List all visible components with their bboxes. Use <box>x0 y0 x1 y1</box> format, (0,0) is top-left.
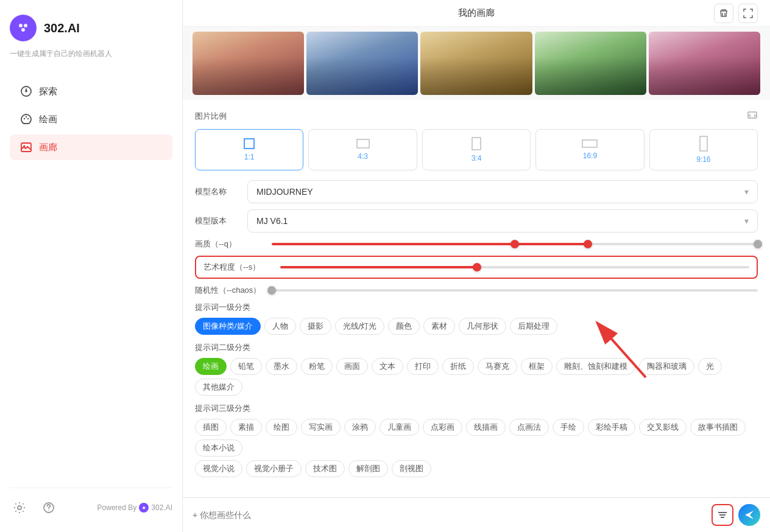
tag-geometry[interactable]: 几何形状 <box>459 318 506 335</box>
sidebar: 302.AI 一键生成属于自己的绘画机器人 探索 <box>0 0 183 532</box>
tag-light[interactable]: 光 <box>698 358 722 375</box>
filter-button[interactable] <box>712 504 733 526</box>
tag-colored-manuscript[interactable]: 彩绘手稿 <box>588 419 635 436</box>
sidebar-nav: 探索 绘画 画廊 <box>10 79 172 488</box>
tag-pencil[interactable]: 铅笔 <box>230 358 262 375</box>
model-version-value: MJ V6.1 <box>256 216 288 226</box>
tag-other-media[interactable]: 其他媒介 <box>195 379 242 396</box>
tag-illustration[interactable]: 插图 <box>195 419 227 436</box>
tag-image-type[interactable]: 图像种类/媒介 <box>195 318 261 335</box>
fullscreen-button[interactable] <box>738 4 758 23</box>
aspect-ratio-1-1[interactable]: 1:1 <box>195 129 303 170</box>
sidebar-item-paint[interactable]: 绘画 <box>10 107 172 132</box>
tag-storybook[interactable]: 故事书插图 <box>690 419 746 436</box>
tag-frame[interactable]: 框架 <box>521 358 553 375</box>
sidebar-item-explore[interactable]: 探索 <box>10 79 172 104</box>
svg-point-2 <box>21 28 25 32</box>
tag-childrens[interactable]: 儿童画 <box>380 419 419 436</box>
svg-point-0 <box>19 24 23 27</box>
tag-lighting[interactable]: 光线/灯光 <box>335 318 385 335</box>
tag-drawing[interactable]: 绘图 <box>266 419 297 436</box>
stylize-track[interactable] <box>280 266 749 268</box>
tag-visual-novel[interactable]: 视觉小说 <box>195 460 242 477</box>
tag-sketch[interactable]: 素描 <box>230 419 262 436</box>
tag-print[interactable]: 打印 <box>407 358 439 375</box>
aspect-ratio-9-16[interactable]: 9:16 <box>649 129 758 170</box>
tag-cross-section[interactable]: 剖视图 <box>392 460 431 477</box>
gallery-image-5[interactable] <box>649 32 760 95</box>
sidebar-header: 302.AI <box>10 15 172 41</box>
app-title: 302.AI <box>44 21 80 35</box>
paint-label: 绘画 <box>39 114 57 125</box>
input-actions <box>712 504 760 526</box>
tag-anatomy[interactable]: 解剖图 <box>348 460 388 477</box>
model-name-dropdown[interactable]: MIDJOURNEY ▾ <box>247 180 758 203</box>
sidebar-item-gallery[interactable]: 画廊 <box>10 135 172 160</box>
quality-track[interactable] <box>272 243 758 245</box>
help-icon[interactable] <box>39 498 58 517</box>
send-button[interactable] <box>738 504 760 526</box>
quality-thumb-1[interactable] <box>510 240 519 248</box>
aspect-ratio-label: 图片比例 <box>195 111 227 122</box>
aspect-ratio-4-3[interactable]: 4:3 <box>308 129 417 170</box>
svg-marker-4 <box>25 88 27 93</box>
svg-point-12 <box>48 509 49 511</box>
stylize-slider-row: 艺术程度（--s） <box>195 256 758 279</box>
tag-ceramics[interactable]: 陶器和玻璃 <box>639 358 694 375</box>
gallery-image-3[interactable] <box>420 32 532 95</box>
quality-thumb-2[interactable] <box>584 240 592 248</box>
svg-point-1 <box>24 24 27 27</box>
tag-ink[interactable]: 墨水 <box>266 358 297 375</box>
tag-mosaic[interactable]: 马赛克 <box>478 358 517 375</box>
tag-origami[interactable]: 折纸 <box>442 358 474 375</box>
chevron-down-icon-2: ▾ <box>744 216 749 226</box>
model-version-dropdown[interactable]: MJ V6.1 ▾ <box>247 209 758 233</box>
header-actions <box>714 4 758 23</box>
page-title: 我的画廊 <box>458 7 495 19</box>
level1-tags-section: 提示词一级分类 图像种类/媒介 人物 摄影 光线/灯光 颜色 素材 几何形状 后… <box>195 302 758 335</box>
tag-visual-booklet[interactable]: 视觉小册子 <box>246 460 302 477</box>
tag-character[interactable]: 人物 <box>264 318 296 335</box>
level3-tags-row: 插图 素描 绘图 写实画 涂鸦 儿童画 点彩画 线描画 点画法 手绘 彩绘手稿 … <box>195 419 758 457</box>
tag-graffiti[interactable]: 涂鸦 <box>344 419 376 436</box>
aspect-ratio-3-4[interactable]: 3:4 <box>422 129 531 170</box>
tag-technical[interactable]: 技术图 <box>305 460 345 477</box>
tag-material[interactable]: 素材 <box>423 318 455 335</box>
tag-sculpture[interactable]: 雕刻、蚀刻和建模 <box>556 358 635 375</box>
tag-line-drawing[interactable]: 线描画 <box>466 419 506 436</box>
tag-pointillism[interactable]: 点彩画 <box>423 419 462 436</box>
tag-painting[interactable]: 绘画 <box>195 358 227 375</box>
tag-photography[interactable]: 摄影 <box>300 318 331 335</box>
tag-realism[interactable]: 写实画 <box>301 419 341 436</box>
tag-postprocessing[interactable]: 后期处理 <box>510 318 557 335</box>
gallery-image-2[interactable] <box>306 32 418 95</box>
tag-chalk[interactable]: 粉笔 <box>301 358 333 375</box>
tag-color[interactable]: 颜色 <box>388 318 420 335</box>
aspect-ratio-icon[interactable] <box>747 110 758 123</box>
model-name-label: 模型名称 <box>195 186 238 197</box>
powered-logo: ✦ <box>139 503 149 513</box>
chaos-thumb[interactable] <box>267 286 276 295</box>
quality-thumb-gray[interactable] <box>754 240 762 248</box>
svg-point-10 <box>18 506 21 509</box>
chaos-slider-row: 随机性（--chaos） <box>195 285 758 296</box>
tag-screen[interactable]: 画面 <box>336 358 368 375</box>
aspect-ratio-header: 图片比例 <box>195 110 758 123</box>
tag-crosshatch[interactable]: 交叉影线 <box>639 419 687 436</box>
tag-text[interactable]: 文本 <box>372 358 403 375</box>
delete-button[interactable] <box>714 4 733 23</box>
tag-hand-drawn[interactable]: 手绘 <box>553 419 584 436</box>
tag-graphic-novel[interactable]: 绘本小说 <box>195 439 242 457</box>
stylize-thumb[interactable] <box>473 263 481 271</box>
aspect-ratio-16-9[interactable]: 16:9 <box>535 129 644 170</box>
main-header: 我的画廊 <box>183 0 770 27</box>
chaos-track[interactable] <box>272 289 758 292</box>
model-version-row: 模型版本 MJ V6.1 ▾ <box>195 209 758 233</box>
gallery-image-4[interactable] <box>535 32 646 95</box>
prompt-input[interactable] <box>192 510 705 520</box>
settings-icon[interactable] <box>10 498 29 517</box>
gallery-image-1[interactable] <box>192 32 304 95</box>
app-subtitle: 一键生成属于自己的绘画机器人 <box>10 49 172 59</box>
tag-stippling[interactable]: 点画法 <box>509 419 549 436</box>
level1-tags-row: 图像种类/媒介 人物 摄影 光线/灯光 颜色 素材 几何形状 后期处理 <box>195 318 758 335</box>
